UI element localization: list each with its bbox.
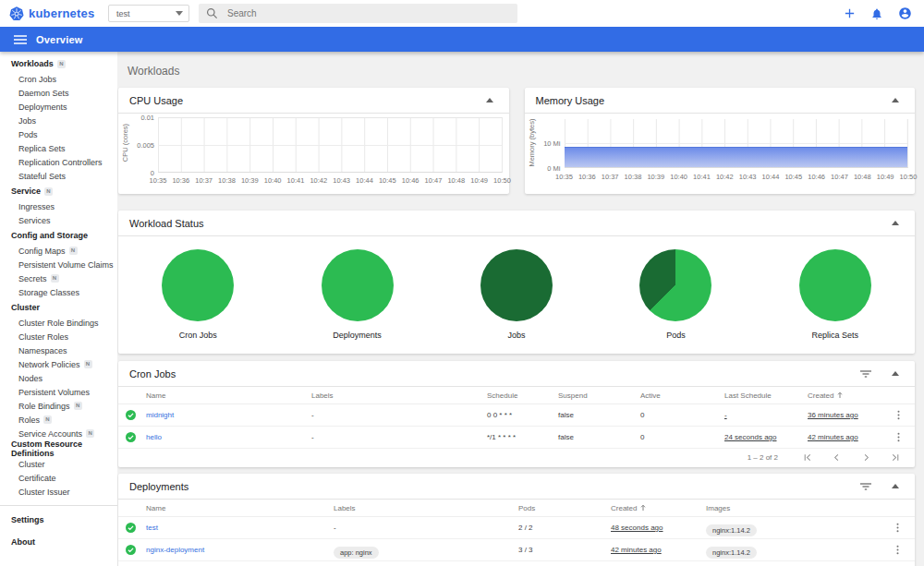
sidebar-item-role-bindings[interactable]: Role BindingsN [0,399,117,413]
sidebar-item-stateful-sets[interactable]: Stateful Sets [0,169,117,183]
sidebar-item-crd-cluster[interactable]: Cluster [0,457,117,471]
namespace-select[interactable]: test [108,5,189,22]
notifications-button[interactable] [869,6,885,22]
sidebar-item-service-accounts[interactable]: Service AccountsN [0,427,117,440]
namespaced-badge: N [51,274,59,283]
sidebar-item-cron-jobs[interactable]: Cron Jobs [0,72,117,86]
sidebar-item-roles[interactable]: RolesN [0,413,117,427]
first-page-button[interactable] [800,452,813,464]
pie-chart [799,249,871,321]
search-bar[interactable] [199,4,517,23]
last-page-button[interactable] [889,452,902,464]
section-label: Config and Storage [11,231,88,240]
sidebar-item-settings[interactable]: Settings [0,512,117,528]
column-header-active[interactable]: Active [640,391,724,400]
sidebar-section-workloads[interactable]: Workloads N [0,55,117,72]
cell-labels: - [334,524,518,532]
sidebar-item-crd-cluster-issuer[interactable]: Cluster Issuer [0,485,117,499]
sidebar-item-cluster-role-bindings[interactable]: Cluster Role Bindings [0,316,117,330]
pie-jobs: Jobs [437,249,596,340]
y-axis-label: Memory (bytes) [527,114,538,171]
card-title: Cron Jobs [129,368,176,379]
sidebar-item-services[interactable]: Services [0,213,117,227]
sidebar-item-persistent-volumes[interactable]: Persistent Volumes [0,385,117,399]
sidebar-item-ingresses[interactable]: Ingresses [0,199,117,213]
sidebar-item-secrets[interactable]: SecretsN [0,271,117,285]
collapse-button[interactable] [887,215,904,232]
section-label: Workloads [11,59,54,68]
item-label: Replication Controllers [18,158,103,167]
column-header-labels[interactable]: Labels [311,391,487,400]
sidebar-section-cluster[interactable]: Cluster [0,299,117,316]
sidebar-item-crd-certificate[interactable]: Certificate [0,471,117,485]
row-menu-button[interactable] [891,430,906,445]
item-label: Service Accounts [18,429,82,439]
pie-chart [162,249,234,321]
sidebar-item-cluster-roles[interactable]: Cluster Roles [0,330,117,343]
previous-page-button[interactable] [830,452,843,464]
sidebar-item-replica-sets[interactable]: Replica Sets [0,141,117,155]
collapse-button[interactable] [887,92,904,109]
search-input[interactable] [227,8,486,18]
column-header-last-schedule[interactable]: Last Schedule [724,391,808,400]
menu-button[interactable] [12,31,29,48]
cell-suspend: false [558,411,640,419]
top-actions [841,6,924,22]
triangle-up-icon [892,221,899,225]
sort-arrow-up-icon [639,504,647,512]
row-menu-button[interactable] [890,521,905,536]
column-header-suspend[interactable]: Suspend [558,391,640,400]
cron-job-name-link[interactable]: hello [146,433,311,441]
sidebar-section-config-and-storage[interactable]: Config and Storage [0,227,117,244]
usage-charts-row: CPU Usage CPU (cores) 0.01 0.005 0 10:35… [118,88,915,194]
collapse-button[interactable] [887,478,904,495]
sidebar-item-persistent-volume-claims[interactable]: Persistent Volume ClaimsN [0,258,117,271]
namespaced-badge: N [44,187,53,196]
sidebar-item-namespaces[interactable]: Namespaces [0,343,117,357]
column-header-created[interactable]: Created [808,391,891,400]
deployment-name-link[interactable]: nginx-deployment [146,546,334,554]
row-menu-button[interactable] [890,543,905,558]
item-label: Jobs [18,116,36,126]
chevron-right-icon [861,452,871,463]
sidebar-item-daemon-sets[interactable]: Daemon Sets [0,86,117,100]
pie-label: Deployments [333,331,382,340]
filter-button[interactable] [857,478,874,495]
filter-button[interactable] [857,366,874,382]
column-header-images[interactable]: Images [706,504,890,512]
column-header-pods[interactable]: Pods [518,504,611,512]
column-header-schedule[interactable]: Schedule [487,391,558,400]
sidebar-item-config-maps[interactable]: Config MapsN [0,244,117,258]
cell-labels: - [311,433,487,441]
cron-job-name-link[interactable]: midnight [146,411,311,419]
next-page-button[interactable] [859,452,872,464]
sidebar-item-storage-classes[interactable]: Storage Classes [0,285,117,299]
column-header-name[interactable]: Name [146,504,334,512]
column-header-labels[interactable]: Labels [334,504,518,512]
sidebar-item-replication-controllers[interactable]: Replication Controllers [0,155,117,169]
row-menu-button[interactable] [891,408,906,423]
collapse-button[interactable] [887,366,904,382]
top-bar: kubernetes test [0,0,924,27]
table-row: nginx-deployment app: nginx 3 / 3 42 min… [118,539,915,561]
sidebar-item-nodes[interactable]: Nodes [0,371,117,385]
column-header-created[interactable]: Created [611,504,706,512]
column-header-name[interactable]: Name [146,391,311,400]
deployment-name-link[interactable]: test [146,524,334,532]
sidebar-section-custom-resource-definitions[interactable]: Custom Resource Definitions [0,440,117,457]
sidebar-item-jobs[interactable]: Jobs [0,114,117,127]
kubernetes-logo[interactable]: kubernetes [0,6,108,21]
namespaced-badge: N [57,60,66,68]
account-button[interactable] [896,6,913,22]
filter-icon [859,369,872,379]
collapse-button[interactable] [481,92,498,109]
item-label: Secrets [18,274,47,283]
item-label: Pods [18,130,38,139]
sidebar-item-about[interactable]: About [0,534,117,550]
sidebar-item-pods[interactable]: Pods [0,127,117,141]
sidebar-item-deployments[interactable]: Deployments [0,100,117,114]
add-resource-button[interactable] [841,6,857,22]
pie-deployments: Deployments [277,249,436,340]
sidebar-item-network-policies[interactable]: Network PoliciesN [0,357,117,371]
sidebar-section-service[interactable]: Service N [0,183,117,199]
